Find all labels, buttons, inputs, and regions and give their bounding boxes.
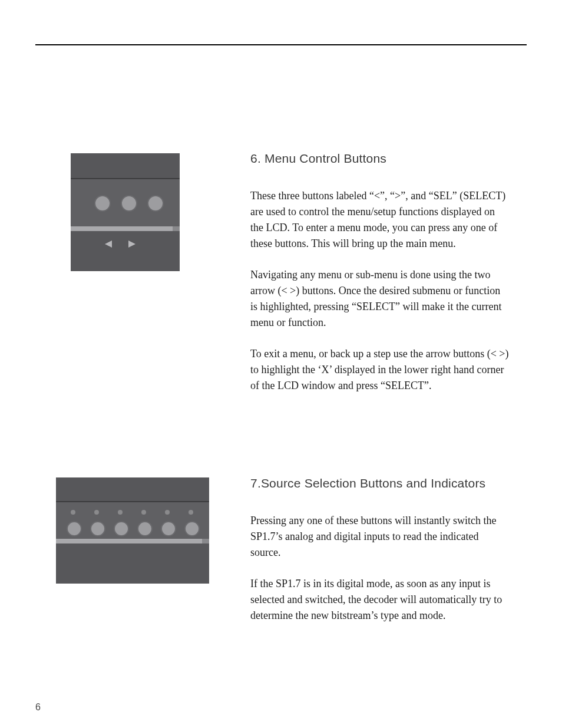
- section-6-text: 6. Menu Control Buttons These three butt…: [250, 151, 510, 409]
- source-button-icon: [67, 521, 82, 536]
- indicator-led-icon: [118, 510, 123, 515]
- section-7-heading: 7.Source Selection Buttons and Indicator…: [250, 476, 510, 490]
- menu-button-left-icon: [94, 195, 111, 212]
- figure-menu-control-buttons: [71, 153, 180, 271]
- indicator-led-icon: [94, 510, 99, 515]
- panel-light-strip: [56, 539, 209, 543]
- indicator-led-icon: [141, 510, 146, 515]
- strip-notch: [202, 539, 209, 543]
- figure-source-selection-buttons: [56, 477, 209, 584]
- source-button-icon: [90, 521, 105, 536]
- panel-lower-band: [71, 231, 180, 271]
- header-divider: [35, 44, 527, 45]
- page-number: 6: [35, 702, 41, 713]
- section-6-heading: 6. Menu Control Buttons: [250, 151, 510, 166]
- menu-button-select-icon: [147, 195, 164, 212]
- strip-notch: [173, 226, 180, 231]
- section-7-text: 7.Source Selection Buttons and Indicator…: [250, 476, 510, 639]
- arrow-right-icon: [128, 241, 135, 248]
- menu-button-right-icon: [121, 195, 137, 212]
- indicator-led-icon: [71, 510, 75, 515]
- indicator-led-icon: [165, 510, 170, 515]
- panel-top-band: [56, 477, 209, 501]
- panel-top-band: [71, 153, 180, 178]
- section-6-paragraph-3: To exit a menu, or back up a step use th…: [250, 346, 510, 394]
- panel-lower-band: [56, 543, 209, 584]
- source-button-icon: [114, 521, 129, 536]
- source-button-icon: [137, 521, 153, 536]
- source-button-icon: [161, 521, 176, 536]
- source-button-icon: [184, 521, 200, 536]
- manual-page: 6. Menu Control Buttons These three butt…: [0, 0, 562, 728]
- indicator-led-icon: [189, 510, 193, 515]
- section-6-paragraph-1: These three buttons labeled “<”, “>”, an…: [250, 188, 510, 252]
- section-7-paragraph-2: If the SP1.7 is in its digital mode, as …: [250, 576, 510, 624]
- section-6-paragraph-2: Navigating any menu or sub-menu is done …: [250, 267, 510, 331]
- arrow-left-icon: [105, 241, 112, 248]
- section-7-paragraph-1: Pressing any one of these buttons will i…: [250, 513, 510, 561]
- panel-light-strip: [71, 226, 180, 231]
